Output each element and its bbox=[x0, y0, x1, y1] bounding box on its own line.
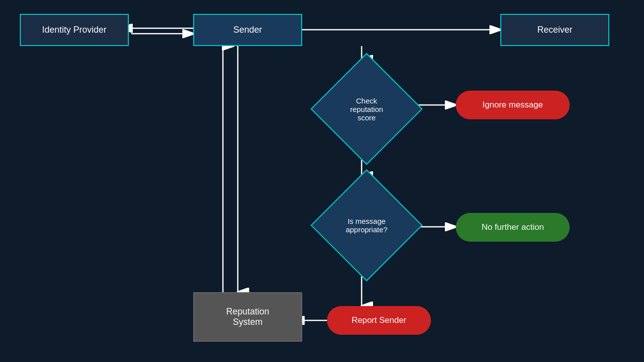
check-reputation-container: Check reputation score bbox=[317, 59, 416, 158]
reputation-system-label: Reputation System bbox=[226, 307, 269, 327]
identity-provider-label: Identity Provider bbox=[42, 25, 107, 35]
no-further-action-pill: No further action bbox=[456, 213, 570, 242]
is-message-label: Is message appropriate? bbox=[337, 217, 396, 234]
sender-label: Sender bbox=[233, 25, 262, 35]
no-further-action-label: No further action bbox=[482, 222, 544, 232]
sender-box: Sender bbox=[193, 14, 302, 46]
check-reputation-label: Check reputation score bbox=[337, 97, 396, 122]
diagram-container: Identity Provider Sender Receiver Reputa… bbox=[0, 0, 644, 362]
ignore-message-label: Ignore message bbox=[483, 100, 543, 110]
report-sender-pill: Report Sender bbox=[327, 306, 431, 335]
receiver-box: Receiver bbox=[500, 14, 609, 46]
report-sender-label: Report Sender bbox=[352, 315, 407, 325]
ignore-message-pill: Ignore message bbox=[456, 91, 570, 119]
is-message-container: Is message appropriate? bbox=[317, 176, 416, 275]
reputation-system-box: Reputation System bbox=[193, 292, 302, 342]
receiver-label: Receiver bbox=[537, 25, 572, 35]
identity-provider-box: Identity Provider bbox=[20, 14, 129, 46]
